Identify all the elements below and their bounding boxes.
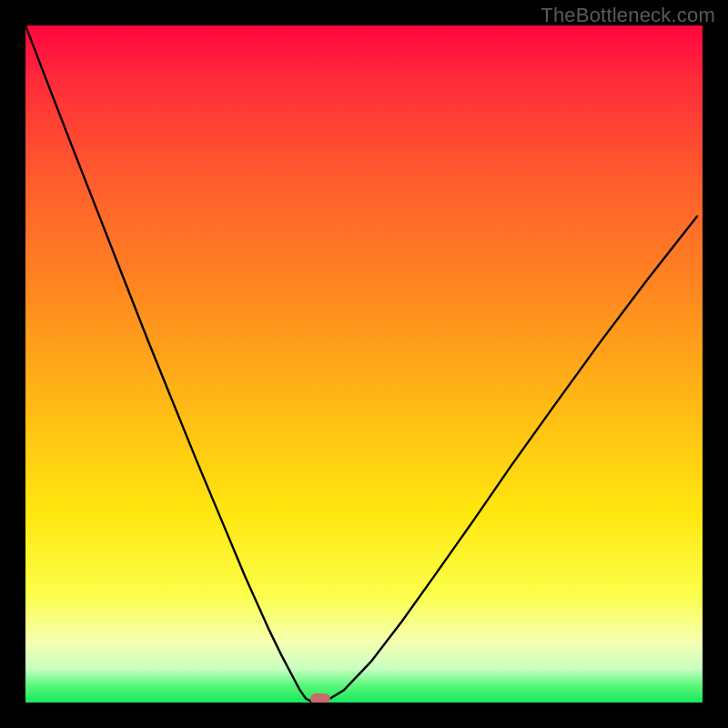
chart-canvas: TheBottleneck.com — [0, 0, 728, 728]
watermark-text: TheBottleneck.com — [541, 4, 715, 27]
minimum-marker — [310, 693, 330, 703]
curve-layer — [25, 25, 703, 703]
plot-area — [25, 25, 703, 703]
bottleneck-curve — [25, 25, 697, 703]
